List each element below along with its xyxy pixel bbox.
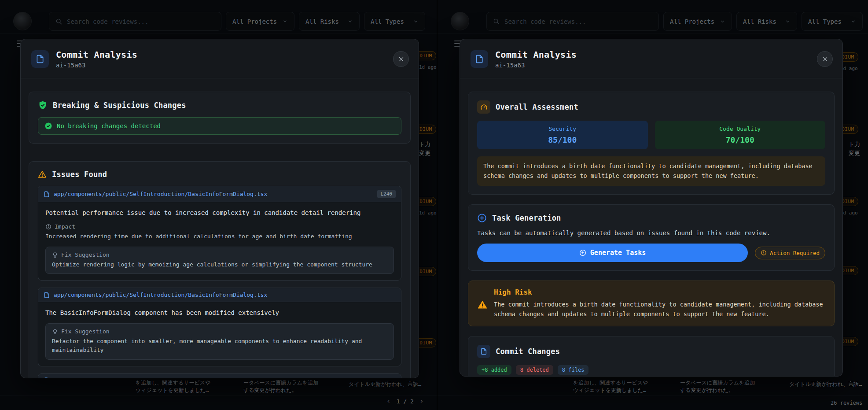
fix-label: Fix Suggestion <box>61 251 110 258</box>
modal-header: Commit Analysis ai-15a63 <box>460 39 842 78</box>
modal-header: Commit Analysis ai-15a63 <box>21 39 419 78</box>
fix-text: Optimize rendering logic by memoizing ag… <box>52 260 387 269</box>
impact-label: Impact <box>55 223 75 230</box>
issues-found-section: Issues Found app/components/public/SelfI… <box>29 161 411 378</box>
added-lines-badge: +8 added <box>477 365 511 375</box>
task-description: Tasks can be automatically generated bas… <box>477 229 825 236</box>
line-number-badge: L240 <box>377 190 396 198</box>
no-breaking-changes-banner: No breaking changes detected <box>38 117 401 135</box>
gauge-icon <box>477 100 490 114</box>
issue-summary: Potential performance issue due to incre… <box>45 208 394 218</box>
info-icon <box>45 224 51 230</box>
security-label: Security <box>482 126 644 132</box>
breaking-changes-section: Breaking & Suspicious Changes No breakin… <box>29 92 411 144</box>
risk-description: The commit introduces a birth date funct… <box>494 300 825 319</box>
warning-triangle-icon <box>38 170 47 179</box>
issue-summary: The BasicInfoFormDialog component has be… <box>45 308 394 318</box>
modal-subtitle: ai-15a63 <box>495 62 577 69</box>
file-path: app/components/public/SelfIntroduction/B… <box>54 292 396 298</box>
modal-subtitle: ai-15a63 <box>56 62 137 69</box>
section-title: Issues Found <box>52 170 107 179</box>
issue-card: app/components/public/SelfIntroduction/B… <box>38 288 401 366</box>
generate-tasks-label: Generate Tasks <box>590 249 646 257</box>
document-icon <box>471 50 488 68</box>
alert-circle-icon <box>761 250 767 256</box>
section-title: Breaking & Suspicious Changes <box>53 101 186 110</box>
file-path: app/components/public/SelfIntroduction/B… <box>54 191 373 197</box>
fix-suggestion: Fix Suggestion Optimize rendering logic … <box>45 247 394 274</box>
modal-title: Commit Analysis <box>495 49 577 60</box>
code-quality-score-card: Code Quality 70/100 <box>655 121 826 149</box>
file-path: app/components/public/SelfIntroduction/B… <box>54 377 396 378</box>
code-quality-score: 70/100 <box>659 135 821 144</box>
commit-analysis-modal: Commit Analysis ai-15a63 Overall Assessm… <box>460 39 843 377</box>
file-icon <box>44 377 50 378</box>
risk-level-title: High Risk <box>494 288 825 296</box>
lightbulb-icon <box>52 329 58 335</box>
task-generation-section: Task Generation Tasks can be automatical… <box>468 204 835 271</box>
deleted-lines-badge: 8 deleted <box>516 365 553 375</box>
panel-right: All Projects All Risks All Types MEDIUM … <box>438 0 868 410</box>
issue-file-header: app/components/public/SelfIntroduction/B… <box>38 186 401 202</box>
modal-title: Commit Analysis <box>56 49 137 60</box>
file-icon <box>44 292 50 298</box>
issue-card: app/components/public/SelfIntroduction/B… <box>38 373 401 378</box>
close-button[interactable] <box>393 51 409 67</box>
commit-changes-section: Commit Changes +8 added 8 deleted 8 file… <box>468 336 835 377</box>
files-changed-badge: 8 files <box>558 365 589 375</box>
high-risk-section: High Risk The commit introduces a birth … <box>468 281 835 326</box>
fix-suggestion: Fix Suggestion Refactor the component in… <box>45 323 394 359</box>
issue-impact: Impact Increased rendering time due to a… <box>45 223 394 241</box>
lightbulb-icon <box>52 252 58 258</box>
generate-tasks-button[interactable]: Generate Tasks <box>477 244 748 262</box>
file-icon <box>477 345 490 358</box>
plus-circle-icon <box>579 249 586 256</box>
commit-analysis-modal: Commit Analysis ai-15a63 Breaking & Susp… <box>20 39 419 378</box>
fix-text: Refactor the component into smaller, mor… <box>52 337 387 355</box>
issue-file-header: app/components/public/SelfIntroduction/B… <box>38 374 401 378</box>
code-quality-label: Code Quality <box>659 126 821 132</box>
impact-text: Increased rendering time due to addition… <box>45 232 394 241</box>
section-title: Overall Assessment <box>496 103 578 111</box>
fix-label: Fix Suggestion <box>61 328 110 335</box>
security-score: 85/100 <box>482 135 644 144</box>
section-title: Task Generation <box>492 214 561 222</box>
plus-circle-icon <box>477 213 487 223</box>
file-icon <box>44 191 50 197</box>
close-icon <box>822 56 828 63</box>
check-circle-icon <box>44 122 52 130</box>
section-title: Commit Changes <box>496 347 560 356</box>
action-required-badge: Action Required <box>755 247 825 259</box>
shield-check-icon <box>38 100 48 110</box>
close-button[interactable] <box>817 51 833 67</box>
warning-triangle-icon <box>477 299 488 310</box>
assessment-summary: The commit introduces a birth date funct… <box>477 156 825 186</box>
issue-card: app/components/public/SelfIntroduction/B… <box>38 186 401 281</box>
close-icon <box>398 56 405 63</box>
overall-assessment-section: Overall Assessment Security 85/100 Code … <box>468 92 835 195</box>
action-required-label: Action Required <box>770 250 820 256</box>
issue-file-header: app/components/public/SelfIntroduction/B… <box>38 288 401 302</box>
security-score-card: Security 85/100 <box>477 121 648 149</box>
banner-text: No breaking changes detected <box>57 122 161 129</box>
document-icon <box>31 50 49 68</box>
panel-left: All Projects All Risks All Types MEDIUM … <box>0 0 437 410</box>
